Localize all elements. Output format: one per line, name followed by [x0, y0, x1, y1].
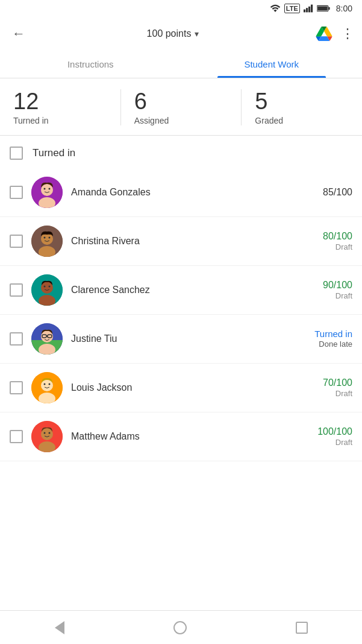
svg-rect-2: [308, 7, 310, 13]
grade-area: 90/100 Draft: [304, 280, 352, 300]
avatar-image: [31, 274, 63, 306]
avatar: [31, 226, 63, 257]
grade-score: 100/100: [304, 426, 352, 437]
student-checkbox[interactable]: [10, 235, 23, 248]
status-bar: LTE 8:00: [0, 0, 362, 17]
stats-row: 12 Turned in 6 Assigned 5 Graded: [0, 78, 362, 136]
student-row[interactable]: Amanda Gonzales 85/100: [0, 168, 362, 217]
back-triangle-icon: [55, 621, 64, 634]
grade-draft: Draft: [304, 389, 352, 398]
grade-score: 80/100: [304, 231, 352, 242]
grade-score: 90/100: [304, 280, 352, 291]
avatar-image: [31, 323, 63, 355]
avatar-image: [31, 372, 63, 403]
avatar: [31, 177, 63, 208]
student-checkbox[interactable]: [10, 430, 23, 443]
grade-area: 70/100 Draft: [304, 377, 352, 398]
nav-home-button[interactable]: [161, 616, 199, 639]
student-row[interactable]: Louis Jackson 70/100 Draft: [0, 364, 362, 412]
svg-point-38: [49, 432, 51, 434]
student-row[interactable]: Matthew Adams 100/100 Draft: [0, 412, 362, 461]
student-checkbox[interactable]: [10, 186, 23, 199]
tabs: Instructions Student Work: [0, 51, 362, 78]
svg-point-16: [49, 236, 51, 238]
avatar: [31, 372, 63, 403]
recents-square-icon: [296, 622, 308, 634]
tab-student-work[interactable]: Student Work: [181, 51, 363, 78]
signal-icon: [304, 4, 313, 13]
stat-turned-in-label: Turned in: [13, 116, 120, 125]
grade-area: 100/100 Draft: [304, 426, 352, 447]
avatar: [31, 323, 63, 355]
stat-assigned-number: 6: [134, 89, 242, 115]
stat-turned-in-number: 12: [13, 89, 120, 115]
home-circle-icon: [173, 621, 187, 634]
student-name: Amanda Gonzales: [71, 187, 304, 198]
avatar-image: [31, 177, 63, 208]
student-row[interactable]: Justine Tiu Turned in Done late: [0, 315, 362, 364]
status-time: 8:00: [336, 4, 352, 13]
svg-point-20: [44, 285, 46, 287]
nav-recents-button[interactable]: [284, 617, 320, 639]
stat-assigned-label: Assigned: [134, 116, 242, 125]
svg-point-32: [44, 383, 46, 385]
student-checkbox[interactable]: [10, 381, 23, 394]
svg-point-37: [44, 432, 46, 434]
svg-rect-5: [328, 7, 329, 10]
svg-point-15: [44, 236, 46, 238]
stat-assigned: 6 Assigned: [121, 89, 242, 125]
more-options-button[interactable]: ⋮: [341, 26, 355, 42]
avatar: [31, 274, 63, 306]
student-name: Clarence Sanchez: [71, 285, 304, 295]
svg-point-10: [44, 188, 46, 189]
battery-icon: [317, 5, 330, 12]
done-late-label: Done late: [304, 339, 352, 349]
grade-draft: Draft: [304, 242, 352, 251]
nav-back-button[interactable]: [43, 616, 76, 639]
student-list: Amanda Gonzales 85/100 Christina Rivera …: [0, 168, 362, 461]
student-row[interactable]: Clarence Sanchez 90/100 Draft: [0, 266, 362, 315]
grade-draft: Draft: [304, 438, 352, 447]
student-name: Louis Jackson: [71, 382, 304, 393]
student-name: Justine Tiu: [71, 333, 304, 344]
stat-turned-in: 12 Turned in: [0, 89, 121, 125]
avatar: [31, 421, 63, 452]
student-checkbox[interactable]: [10, 332, 23, 346]
svg-rect-1: [306, 8, 308, 12]
student-checkbox[interactable]: [10, 283, 23, 297]
points-label: 100 points: [147, 28, 192, 39]
svg-point-8: [41, 184, 53, 196]
student-name: Christina Rivera: [71, 236, 304, 247]
svg-point-33: [49, 383, 51, 385]
student-row[interactable]: Christina Rivera 80/100 Draft: [0, 217, 362, 266]
svg-rect-6: [317, 6, 328, 10]
stat-graded-label: Graded: [255, 116, 362, 125]
select-all-checkbox[interactable]: [10, 147, 23, 160]
stat-graded-number: 5: [255, 89, 362, 115]
avatar-image: [31, 226, 63, 257]
grade-score: 70/100: [304, 377, 352, 388]
avatar-image: [31, 421, 63, 452]
back-button[interactable]: ←: [7, 24, 30, 44]
grade-score: 85/100: [304, 187, 352, 198]
wifi-icon: [270, 4, 281, 13]
nav-center: 100 points ▾: [30, 28, 316, 39]
points-dropdown-arrow[interactable]: ▾: [195, 29, 199, 39]
student-name: Matthew Adams: [71, 431, 304, 442]
grade-area: 80/100 Draft: [304, 231, 352, 251]
tab-instructions[interactable]: Instructions: [0, 51, 181, 78]
stat-graded: 5 Graded: [242, 89, 362, 125]
grade-draft: Draft: [304, 291, 352, 300]
svg-point-11: [49, 188, 51, 189]
drive-icon[interactable]: [316, 27, 332, 41]
section-header-label: Turned in: [33, 147, 75, 159]
section-header: Turned in: [0, 136, 362, 168]
svg-point-21: [49, 285, 51, 287]
top-nav: ← 100 points ▾ ⋮: [0, 17, 362, 51]
lte-badge: LTE: [284, 4, 300, 13]
grade-area: Turned in Done late: [304, 329, 352, 349]
grade-area: 85/100: [304, 187, 352, 198]
svg-rect-3: [311, 5, 313, 13]
svg-rect-0: [304, 10, 305, 13]
bottom-nav: [0, 610, 362, 644]
